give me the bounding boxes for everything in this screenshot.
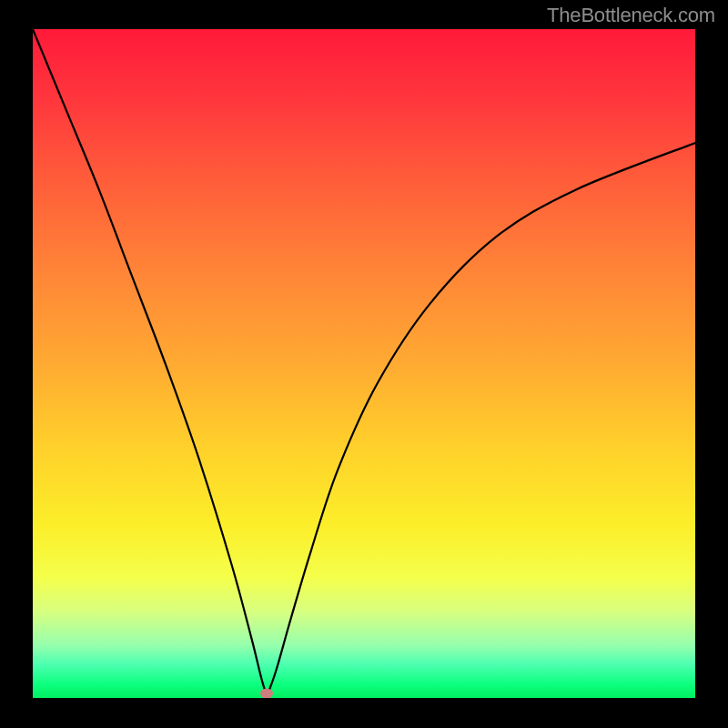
minimum-marker — [260, 688, 273, 698]
attribution-label: TheBottleneck.com — [547, 4, 715, 27]
bottleneck-curve — [33, 29, 695, 698]
plot-area — [33, 29, 695, 698]
chart-frame: TheBottleneck.com — [0, 0, 728, 728]
